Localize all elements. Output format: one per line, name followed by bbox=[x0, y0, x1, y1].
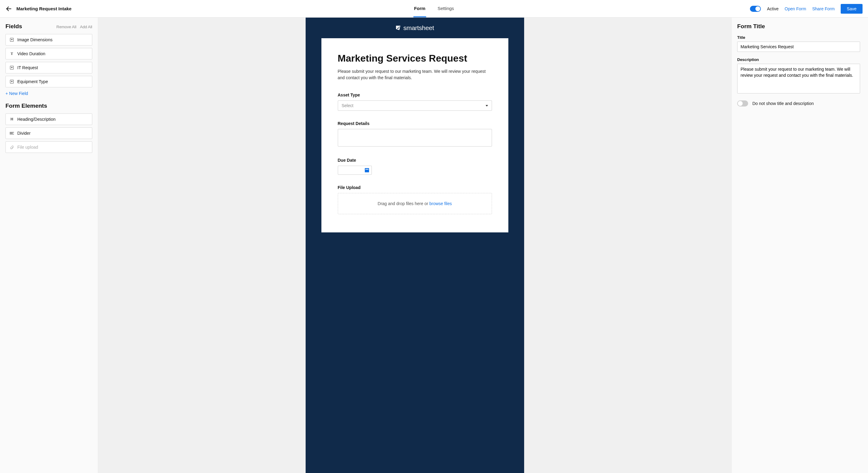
field-item-image-dimensions[interactable]: Image Dimensions bbox=[5, 34, 92, 45]
hide-title-label: Do not show title and description bbox=[752, 101, 814, 106]
asset-type-select[interactable]: Select bbox=[338, 100, 492, 111]
field-label: File Upload bbox=[338, 185, 492, 190]
canvas: smartsheet Marketing Services Request Pl… bbox=[98, 18, 732, 473]
back-arrow-icon[interactable] bbox=[5, 5, 12, 12]
active-label: Active bbox=[767, 6, 778, 11]
topbar: Marketing Request Intake Form Settings A… bbox=[0, 0, 868, 18]
request-details-textarea[interactable] bbox=[338, 129, 492, 147]
brand-bar: smartsheet bbox=[306, 18, 524, 38]
chevron-down-icon bbox=[486, 105, 488, 106]
dropdown-icon bbox=[9, 37, 14, 42]
tab-form[interactable]: Form bbox=[413, 0, 426, 17]
field-item-video-duration[interactable]: T Video Duration bbox=[5, 48, 92, 60]
field-label: Video Duration bbox=[17, 51, 45, 56]
element-divider[interactable]: Divider bbox=[5, 127, 92, 139]
form-field-asset-type[interactable]: Asset Type Select bbox=[338, 93, 492, 111]
new-field-link[interactable]: + New Field bbox=[5, 90, 28, 97]
text-icon: T bbox=[9, 51, 14, 56]
field-label: Equipment Type bbox=[17, 79, 48, 84]
field-label: IT Request bbox=[17, 65, 38, 70]
browse-files-link[interactable]: browse files bbox=[429, 201, 452, 206]
right-panel-heading: Form Title bbox=[737, 23, 860, 30]
form-field-request-details[interactable]: Request Details bbox=[338, 121, 492, 148]
form-field-file-upload[interactable]: File Upload Drag and drop files here or … bbox=[338, 185, 492, 214]
form-title: Marketing Services Request bbox=[338, 53, 492, 64]
element-label: Divider bbox=[17, 131, 31, 136]
page-title: Marketing Request Intake bbox=[17, 6, 72, 11]
remove-all-link[interactable]: Remove All bbox=[57, 25, 76, 29]
form-field-due-date[interactable]: Due Date bbox=[338, 158, 492, 175]
field-item-equipment-type[interactable]: Equipment Type bbox=[5, 76, 92, 87]
dropdown-icon bbox=[9, 65, 14, 70]
select-placeholder: Select bbox=[342, 103, 353, 108]
form-elements-heading: Form Elements bbox=[5, 102, 92, 109]
tab-settings[interactable]: Settings bbox=[437, 0, 455, 17]
title-input[interactable] bbox=[737, 41, 860, 52]
brand-text: smartsheet bbox=[403, 24, 434, 32]
field-item-it-request[interactable]: IT Request bbox=[5, 62, 92, 73]
description-label: Description bbox=[737, 57, 860, 62]
heading-icon: H bbox=[9, 117, 14, 122]
field-label: Due Date bbox=[338, 158, 492, 163]
smartsheet-logo-icon bbox=[396, 25, 401, 31]
fields-heading: Fields bbox=[5, 23, 22, 30]
field-label: Request Details bbox=[338, 121, 492, 126]
sidebar-left: Fields Remove All Add All Image Dimensio… bbox=[0, 18, 98, 473]
form-description: Please submit your request to our market… bbox=[338, 68, 492, 81]
element-label: Heading/Description bbox=[17, 117, 56, 122]
due-date-input[interactable] bbox=[338, 166, 372, 175]
file-dropzone[interactable]: Drag and drop files here or browse files bbox=[338, 193, 492, 214]
open-form-link[interactable]: Open Form bbox=[784, 6, 806, 11]
form-card[interactable]: Marketing Services Request Please submit… bbox=[321, 38, 508, 232]
element-heading-description[interactable]: H Heading/Description bbox=[5, 114, 92, 125]
element-label: File upload bbox=[17, 145, 38, 150]
field-label: Asset Type bbox=[338, 93, 492, 97]
add-all-link[interactable]: Add All bbox=[80, 25, 92, 29]
dropdown-icon bbox=[9, 79, 14, 84]
sidebar-right: Form Title Title Description Please subm… bbox=[732, 18, 868, 473]
share-form-link[interactable]: Share Form bbox=[812, 6, 835, 11]
dropzone-text: Drag and drop files here or bbox=[377, 201, 429, 206]
description-textarea[interactable]: Please submit your request to our market… bbox=[737, 64, 860, 93]
title-label: Title bbox=[737, 35, 860, 40]
divider-icon bbox=[9, 131, 14, 136]
attachment-icon bbox=[9, 145, 14, 150]
element-file-upload[interactable]: File upload bbox=[5, 141, 92, 153]
save-button[interactable]: Save bbox=[841, 4, 863, 14]
active-toggle[interactable] bbox=[750, 6, 761, 12]
hide-title-toggle[interactable] bbox=[737, 100, 748, 106]
calendar-icon bbox=[365, 168, 369, 172]
field-label: Image Dimensions bbox=[17, 37, 53, 42]
